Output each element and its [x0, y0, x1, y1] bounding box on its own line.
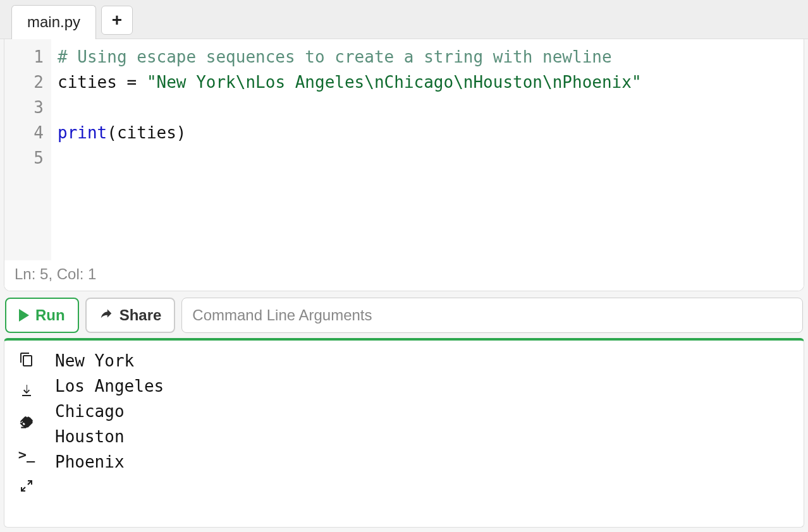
- editor-area: 12345 # Using escape sequences to create…: [4, 39, 804, 260]
- code-line[interactable]: [58, 95, 797, 120]
- editor-container: 12345 # Using escape sequences to create…: [4, 39, 804, 291]
- output-line: Houston: [55, 424, 797, 449]
- line-gutter: 12345: [4, 39, 51, 260]
- tab-label: main.py: [27, 13, 80, 31]
- code-editor[interactable]: # Using escape sequences to create a str…: [51, 39, 804, 260]
- code-line[interactable]: [58, 145, 797, 171]
- add-tab-button[interactable]: +: [101, 6, 133, 35]
- output-content[interactable]: New YorkLos AngelesChicagoHoustonPhoenix: [49, 341, 804, 527]
- output-panel: >_ New YorkLos AngelesChicagoHoustonPhoe…: [4, 338, 804, 528]
- tab-main-py[interactable]: main.py: [11, 5, 96, 39]
- line-number: 1: [4, 44, 44, 70]
- code-line[interactable]: # Using escape sequences to create a str…: [58, 44, 797, 70]
- tab-bar: main.py +: [0, 0, 808, 39]
- output-sidebar: >_: [4, 341, 49, 527]
- code-line[interactable]: print(cities): [58, 120, 797, 145]
- output-line: Los Angeles: [55, 373, 797, 399]
- run-button[interactable]: Run: [5, 298, 79, 333]
- toolbar: Run Share: [0, 291, 808, 338]
- share-button[interactable]: Share: [85, 298, 176, 333]
- share-button-label: Share: [119, 306, 162, 324]
- cursor-position: Ln: 5, Col: 1: [15, 265, 96, 282]
- line-number: 2: [4, 70, 44, 95]
- code-line[interactable]: cities = "New York\nLos Angeles\nChicago…: [58, 70, 797, 95]
- line-number: 4: [4, 120, 44, 145]
- copy-icon[interactable]: [18, 351, 35, 368]
- eraser-icon[interactable]: [18, 414, 35, 432]
- download-icon[interactable]: [18, 382, 35, 400]
- line-number: 5: [4, 145, 44, 171]
- command-line-args-input[interactable]: [181, 298, 803, 333]
- share-icon: [99, 306, 113, 324]
- output-line: Phoenix: [55, 449, 797, 475]
- line-number: 3: [4, 95, 44, 120]
- status-bar: Ln: 5, Col: 1: [4, 260, 804, 291]
- output-line: Chicago: [55, 399, 797, 424]
- expand-icon[interactable]: [18, 477, 35, 495]
- output-line: New York: [55, 348, 797, 373]
- plus-icon: +: [112, 10, 122, 30]
- play-icon: [19, 309, 29, 322]
- run-button-label: Run: [35, 306, 65, 324]
- terminal-icon[interactable]: >_: [18, 445, 35, 463]
